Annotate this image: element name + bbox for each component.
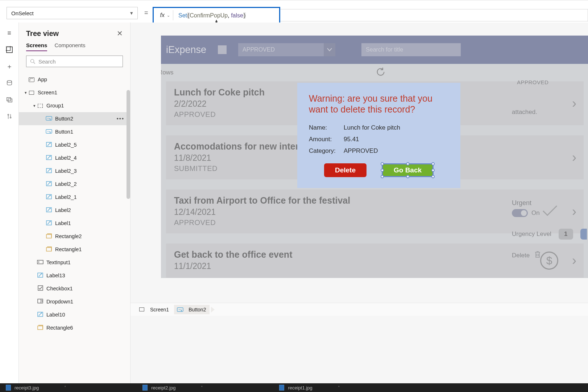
selection-handle[interactable] [381, 175, 384, 178]
urgent-toggle[interactable] [512, 209, 528, 217]
tree-item-screen1[interactable]: ▾Screen1 [19, 86, 130, 99]
tab-components[interactable]: Components [54, 42, 85, 51]
popup-warning: Warning: are you sure that you want to d… [309, 93, 449, 115]
detail-status: APPROVED [517, 79, 588, 85]
tools-icon[interactable] [5, 113, 13, 120]
filter-value: APPROVED [243, 46, 275, 53]
tree-item-rectangle6[interactable]: Rectangle6 [19, 321, 130, 334]
control-breadcrumb: Screen1 Button2 [131, 303, 588, 316]
tree-item-label: Label10 [46, 312, 65, 318]
header-filter-dropdown[interactable]: APPROVED [238, 43, 335, 56]
selection-handle[interactable] [381, 169, 384, 172]
chevron-up-icon[interactable]: ˄ [201, 385, 203, 390]
formula-text[interactable]: Set(ConfirmPopUp, false) [173, 12, 246, 19]
tree-item-dropdown1[interactable]: Dropdown1 [19, 295, 130, 308]
chevron-down-icon[interactable] [324, 43, 335, 56]
more-icon[interactable]: ••• [117, 116, 124, 122]
tree-item-rectangle1[interactable]: Rectangle1 [19, 243, 130, 256]
svg-point-5 [8, 114, 9, 115]
tree-item-label2_4[interactable]: Label2_4 [19, 151, 130, 164]
tree-title: Tree view [26, 29, 59, 38]
popup-name-value: Lunch for Coke pitch [344, 124, 400, 131]
svg-rect-22 [46, 234, 51, 238]
canvas-area: iExpense APPROVED Search for title ▼ 5 R… [131, 23, 588, 392]
search-placeholder: Search for title [366, 46, 403, 53]
popup-category-value: APPROVED [344, 147, 378, 155]
selection-handle[interactable] [381, 162, 384, 166]
tree-item-label: Label1 [55, 220, 71, 226]
tab-screens[interactable]: Screens [26, 42, 47, 51]
popup-amount-key: Amount: [309, 136, 344, 143]
selection-handle[interactable] [431, 162, 435, 166]
property-dropdown[interactable]: OnSelect ▾ [7, 7, 138, 19]
header-search-input[interactable]: Search for title [361, 43, 461, 56]
media-icon[interactable] [5, 97, 13, 103]
search-icon [30, 59, 36, 64]
taskbar-file[interactable]: receipt2.jpg˄ [142, 385, 203, 391]
hamburger-icon[interactable]: ≡ [5, 30, 13, 36]
tree-item-label2_5[interactable]: Label2_5 [19, 138, 130, 151]
tree-search-input[interactable]: Search [26, 56, 123, 67]
close-icon[interactable]: ✕ [117, 29, 123, 38]
left-rail: ≡ ＋ [0, 23, 19, 392]
popup-amount-value: 95.41 [344, 136, 359, 143]
tree-item-label1[interactable]: Label1 [19, 217, 130, 230]
breadcrumb-screen[interactable]: Screen1 [136, 305, 173, 314]
svg-rect-23 [46, 248, 51, 251]
row-count: 5 Rows [161, 69, 174, 76]
formula-bar[interactable]: fx ⌄ Set(ConfirmPopUp, false) ▴▾ [153, 7, 280, 24]
urgency-level-2[interactable] [580, 229, 587, 240]
urgency-level-1[interactable]: 1 [559, 229, 573, 240]
data-icon[interactable] [5, 80, 13, 86]
scrollbar-thumb[interactable] [127, 90, 130, 199]
tree-item-app[interactable]: App [19, 73, 130, 86]
breadcrumb-control[interactable]: Button2 [174, 305, 210, 314]
go-back-button[interactable]: Go Back [382, 163, 434, 177]
add-icon[interactable]: ＋ [5, 63, 13, 70]
taskbar-file[interactable]: receipt1.jpg˄ [279, 385, 340, 391]
tree-item-textinput1[interactable]: TextInput1 [19, 256, 130, 269]
tree-item-label: Screen1 [38, 90, 57, 95]
selection-handle[interactable] [431, 169, 435, 172]
app-header: iExpense APPROVED Search for title [161, 36, 588, 64]
delete-button[interactable]: Delete [324, 163, 367, 177]
urgent-value: On [531, 209, 540, 217]
taskbar-file[interactable]: receipt3.jpg˄ [6, 385, 66, 391]
selection-handle[interactable] [431, 175, 435, 178]
tree-item-rectangle2[interactable]: Rectangle2 [19, 230, 130, 243]
tree-item-button2[interactable]: Button2••• [19, 112, 130, 125]
popup-name-key: Name: [309, 124, 344, 131]
tree-item-group1[interactable]: ▾Group1 [19, 99, 130, 112]
tree-item-checkbox1[interactable]: Checkbox1 [19, 282, 130, 295]
tree-item-label13[interactable]: Label13 [19, 269, 130, 282]
delete-label: Delete [512, 252, 530, 259]
tree-list: App▾Screen1▾Group1Button2•••Button1Label… [19, 72, 130, 336]
svg-rect-3 [7, 98, 11, 101]
trash-icon[interactable] [534, 250, 541, 260]
formula-bar-extension[interactable] [280, 9, 588, 21]
svg-point-33 [179, 309, 179, 310]
header-checkbox[interactable] [218, 45, 227, 54]
tree-item-label2_3[interactable]: Label2_3 [19, 164, 130, 177]
tree-item-label: Button1 [55, 129, 73, 135]
tree-item-button1[interactable]: Button1 [19, 125, 130, 138]
breadcrumb-divider [211, 307, 215, 313]
card-date: 11/1/2021 [174, 261, 576, 271]
tree-item-label2[interactable]: Label2 [19, 204, 130, 217]
tree-view-icon[interactable] [5, 46, 13, 53]
file-icon [142, 385, 148, 391]
chevron-up-icon[interactable]: ˄ [64, 385, 66, 390]
svg-rect-27 [38, 286, 43, 290]
app-preview[interactable]: iExpense APPROVED Search for title ▼ 5 R… [161, 36, 588, 278]
tree-item-label2_2[interactable]: Label2_2 [19, 177, 130, 191]
details-panel: APPROVED attached. Urgent On Urgency Lev… [512, 79, 588, 260]
fx-button[interactable]: fx ⌄ [154, 10, 173, 20]
selection-handle[interactable] [406, 162, 409, 166]
tree-item-label: TextInput1 [46, 260, 71, 265]
tree-item-label2_1[interactable]: Label2_1 [19, 191, 130, 204]
selection-handle[interactable] [406, 175, 409, 178]
reload-icon[interactable] [376, 67, 386, 77]
tree-item-label10[interactable]: Label10 [19, 308, 130, 321]
svg-rect-31 [38, 326, 43, 330]
chevron-up-icon[interactable]: ˄ [338, 385, 340, 390]
